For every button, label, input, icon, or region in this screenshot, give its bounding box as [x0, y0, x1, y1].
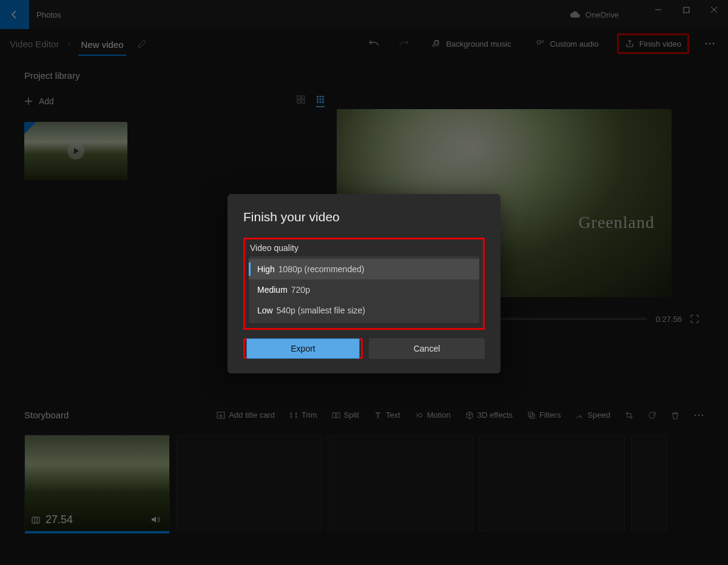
trash-icon: [671, 411, 679, 420]
back-button[interactable]: [0, 0, 29, 29]
svg-rect-18: [322, 101, 324, 103]
svg-point-25: [695, 414, 696, 416]
clip-volume-button[interactable]: [150, 514, 161, 525]
plus-icon: [24, 97, 33, 105]
svg-rect-21: [337, 413, 340, 418]
split-button[interactable]: Split: [332, 410, 359, 420]
storyboard-empty-slot[interactable]: [631, 435, 667, 532]
minimize-button[interactable]: [644, 0, 672, 19]
export-button-highlight: Export: [243, 338, 363, 359]
crop-icon: [625, 411, 633, 420]
grid-large-icon: [297, 95, 305, 104]
header-bar: Video Editor › New video Background musi…: [0, 29, 728, 58]
svg-point-22: [419, 413, 422, 417]
duration-icon: [31, 515, 41, 525]
breadcrumb-root[interactable]: Video Editor: [10, 39, 59, 49]
export-button[interactable]: Export: [246, 338, 360, 359]
finish-video-button[interactable]: Finish video: [617, 33, 689, 54]
cancel-button[interactable]: Cancel: [369, 338, 485, 359]
svg-rect-20: [332, 413, 335, 418]
storyboard-clip[interactable]: 27.54: [24, 435, 170, 532]
svg-rect-28: [32, 517, 39, 523]
app-name: Photos: [36, 10, 61, 19]
fullscreen-button[interactable]: [690, 315, 699, 323]
grid-small-view[interactable]: [316, 95, 325, 107]
delete-button[interactable]: [671, 411, 679, 420]
project-name[interactable]: New video: [78, 32, 126, 56]
ellipsis-icon: [705, 42, 715, 45]
add-media-button[interactable]: Add: [24, 96, 54, 106]
undo-button[interactable]: [365, 35, 383, 53]
speed-button[interactable]: Speed: [575, 410, 610, 420]
volume-icon: [150, 514, 161, 525]
svg-point-3: [706, 43, 707, 45]
add-title-card-button[interactable]: Add title card: [217, 410, 275, 420]
export-icon: [625, 39, 635, 48]
svg-rect-12: [322, 96, 324, 98]
video-quality-dropdown[interactable]: High 1080p (recommended) Medium 720p Low…: [249, 256, 479, 323]
filters-button[interactable]: Filters: [527, 410, 561, 420]
video-quality-block: Video quality High 1080p (recommended) M…: [243, 238, 485, 330]
motion-button[interactable]: Motion: [415, 410, 451, 420]
redo-icon: [399, 38, 410, 49]
grid-large-view[interactable]: [297, 95, 305, 107]
window-controls: [644, 0, 728, 19]
more-button[interactable]: [701, 39, 718, 48]
motion-icon: [415, 411, 423, 420]
svg-point-4: [709, 43, 711, 45]
svg-rect-17: [320, 101, 322, 103]
close-button[interactable]: [700, 0, 728, 19]
text-icon: [374, 411, 382, 420]
storyboard-empty-slot[interactable]: [479, 435, 625, 532]
storyboard-empty-slot[interactable]: [328, 435, 473, 532]
svg-rect-6: [297, 96, 300, 99]
music-note-icon: [431, 39, 441, 48]
selected-corner-icon: [24, 122, 36, 134]
play-icon: [72, 147, 79, 155]
rotate-button[interactable]: [648, 411, 656, 420]
grid-small-icon: [316, 95, 325, 104]
titlebar: Photos OneDrive: [0, 0, 728, 29]
text-button[interactable]: Text: [374, 410, 400, 420]
speed-icon: [575, 411, 584, 420]
chevron-right-icon: ›: [67, 39, 70, 48]
preview-caption: Greenland: [578, 213, 655, 232]
background-music-button[interactable]: Background music: [425, 35, 517, 52]
audio-sliders-icon: [535, 39, 545, 48]
ellipsis-icon: [694, 414, 704, 416]
trim-icon: [289, 411, 298, 420]
svg-rect-15: [322, 99, 324, 101]
svg-rect-11: [320, 96, 322, 98]
3d-effects-button[interactable]: 3D effects: [465, 410, 513, 420]
maximize-button[interactable]: [672, 0, 700, 19]
undo-icon: [368, 38, 379, 49]
storyboard-more-button[interactable]: [694, 414, 704, 416]
clip-duration[interactable]: 27.54: [31, 513, 73, 526]
maximize-icon: [683, 7, 690, 13]
add-label: Add: [39, 96, 54, 106]
svg-rect-1: [684, 7, 689, 13]
quality-option-low[interactable]: Low 540p (smallest file size): [249, 300, 479, 321]
storyboard-empty-slot[interactable]: [176, 435, 322, 532]
dialog-title: Finish your video: [243, 210, 485, 224]
quality-option-medium[interactable]: Medium 720p: [249, 279, 479, 300]
library-clip-thumbnail[interactable]: [24, 122, 127, 180]
minimize-icon: [655, 6, 662, 13]
cloud-icon: [570, 11, 581, 18]
time-total: 0:27.56: [656, 315, 682, 324]
crop-button[interactable]: [625, 411, 633, 420]
play-overlay: [67, 142, 84, 159]
fullscreen-icon: [690, 315, 699, 323]
custom-audio-button[interactable]: Custom audio: [529, 35, 604, 52]
storyboard-panel: Storyboard Add title card Trim Split Tex…: [0, 398, 728, 532]
title-card-icon: [217, 411, 225, 420]
close-icon: [710, 6, 718, 13]
svg-rect-10: [317, 96, 318, 98]
onedrive-status[interactable]: OneDrive: [570, 10, 619, 19]
trim-button[interactable]: Trim: [289, 410, 317, 420]
cube-icon: [465, 411, 474, 420]
rename-button[interactable]: [137, 39, 147, 48]
quality-option-high[interactable]: High 1080p (recommended): [249, 259, 479, 279]
redo-button[interactable]: [395, 35, 413, 53]
finish-video-dialog: Finish your video Video quality High 108…: [228, 194, 500, 373]
